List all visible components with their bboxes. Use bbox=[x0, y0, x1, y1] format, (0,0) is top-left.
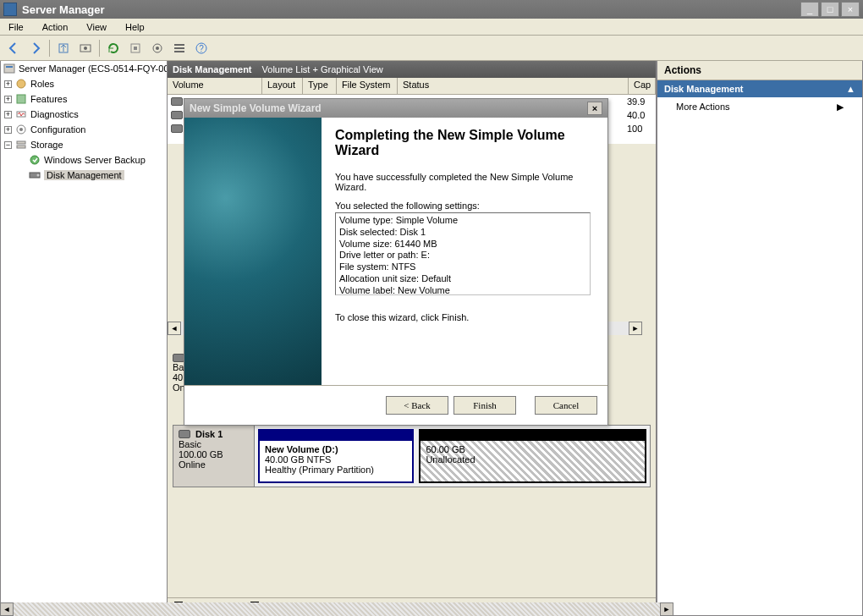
svg-point-23 bbox=[37, 174, 40, 177]
window-title: Server Manager bbox=[22, 3, 105, 16]
minimize-button[interactable]: _ bbox=[800, 2, 819, 17]
tree-roles-label: Roles bbox=[30, 79, 54, 89]
partition-unallocated[interactable]: 60.00 GB Unallocated bbox=[419, 429, 646, 483]
disk1-status: Online bbox=[179, 459, 249, 470]
tree-item-backup[interactable]: Windows Server Backup bbox=[1, 152, 167, 168]
disk1-type: Basic bbox=[179, 439, 249, 449]
col-capacity[interactable]: Cap bbox=[629, 78, 656, 94]
svg-point-18 bbox=[19, 128, 23, 131]
content-view-mode: Volume List + Graphical View bbox=[262, 64, 383, 74]
svg-point-2 bbox=[84, 47, 87, 50]
configuration-icon bbox=[14, 123, 28, 136]
svg-point-21 bbox=[30, 156, 39, 164]
refresh-button[interactable] bbox=[103, 38, 124, 58]
col-type[interactable]: Type bbox=[303, 78, 337, 94]
storage-icon bbox=[14, 138, 28, 151]
expand-icon[interactable]: + bbox=[4, 111, 12, 118]
disk-icon bbox=[171, 111, 183, 119]
tree-item-roles[interactable]: + Roles bbox=[1, 76, 167, 91]
setting-line: Allocation unit size: Default bbox=[339, 273, 586, 285]
menubar: File Action View Help bbox=[0, 19, 863, 36]
backup-icon bbox=[28, 153, 41, 167]
setting-line: File system: NTFS bbox=[339, 261, 586, 273]
wizard-titlebar[interactable]: New Simple Volume Wizard × bbox=[184, 99, 607, 118]
tree-root-label: Server Manager (ECS-0514-FQY-00 bbox=[19, 63, 168, 74]
partition-d-status: Healthy (Primary Partition) bbox=[265, 465, 407, 475]
cancel-button[interactable]: Cancel bbox=[535, 396, 597, 415]
expand-icon[interactable]: + bbox=[4, 96, 12, 103]
disk-row-disk1: Disk 1 Basic 100.00 GB Online New Volume… bbox=[173, 425, 651, 487]
tree-item-storage[interactable]: − Storage bbox=[1, 137, 167, 152]
new-simple-volume-wizard: New Simple Volume Wizard × Completing th… bbox=[184, 98, 608, 426]
disk-settings-button[interactable] bbox=[147, 38, 168, 58]
back-button[interactable] bbox=[3, 38, 24, 58]
scrollbar-track[interactable] bbox=[14, 602, 660, 616]
disk-icon bbox=[173, 354, 184, 362]
tree-item-configuration[interactable]: + Configuration bbox=[1, 122, 167, 137]
back-button[interactable]: < Back bbox=[386, 396, 448, 415]
svg-point-6 bbox=[156, 47, 159, 50]
settings-button[interactable] bbox=[125, 38, 146, 58]
svg-point-14 bbox=[17, 80, 25, 88]
col-status[interactable]: Status bbox=[398, 78, 629, 94]
setting-line: Volume size: 61440 MB bbox=[339, 239, 586, 250]
tree-item-disk-management[interactable]: Disk Management bbox=[1, 168, 167, 183]
svg-rect-19 bbox=[17, 141, 25, 144]
disk1-label[interactable]: Disk 1 Basic 100.00 GB Online bbox=[173, 426, 255, 487]
menu-help[interactable]: Help bbox=[122, 20, 148, 34]
toolbar: ? bbox=[0, 36, 863, 61]
wizard-title: New Simple Volume Wizard bbox=[190, 102, 322, 114]
scroll-right-button[interactable]: ► bbox=[629, 322, 642, 335]
view-list-button[interactable] bbox=[169, 38, 190, 58]
scroll-left-button[interactable]: ◄ bbox=[168, 322, 181, 335]
tree-item-features[interactable]: + Features bbox=[1, 91, 167, 107]
up-button[interactable] bbox=[53, 38, 74, 58]
help-button[interactable]: ? bbox=[191, 38, 212, 58]
navigation-tree[interactable]: Server Manager (ECS-0514-FQY-00 + Roles … bbox=[0, 61, 168, 616]
actions-group-disk-management[interactable]: Disk Management ▲ bbox=[657, 80, 862, 97]
svg-rect-7 bbox=[174, 44, 184, 46]
menu-action[interactable]: Action bbox=[39, 20, 72, 34]
menu-file[interactable]: File bbox=[5, 20, 27, 34]
tree-storage-label: Storage bbox=[30, 140, 63, 150]
features-icon bbox=[14, 92, 28, 106]
action-more-actions[interactable]: More Actions ▶ bbox=[657, 97, 862, 117]
svg-rect-8 bbox=[174, 47, 184, 49]
roles-icon bbox=[14, 77, 28, 91]
finish-button[interactable]: Finish bbox=[453, 396, 516, 415]
disk-icon bbox=[171, 124, 183, 133]
tree-disk-mgmt-label: Disk Management bbox=[44, 170, 124, 180]
settings-summary-box[interactable]: Volume type: Simple Volume Disk selected… bbox=[335, 212, 591, 295]
svg-rect-15 bbox=[17, 95, 25, 103]
col-layout[interactable]: Layout bbox=[262, 78, 303, 94]
maximize-button[interactable]: □ bbox=[821, 2, 839, 17]
wizard-button-row: < Back Finish Cancel bbox=[184, 385, 607, 425]
close-button[interactable]: × bbox=[587, 102, 602, 115]
volume-list-header: Volume Layout Type File System Status Ca… bbox=[168, 78, 656, 95]
svg-rect-9 bbox=[174, 51, 184, 52]
window-titlebar: Server Manager _ □ × bbox=[0, 0, 863, 19]
col-filesystem[interactable]: File System bbox=[337, 78, 398, 94]
svg-rect-20 bbox=[17, 146, 25, 148]
server-icon bbox=[3, 62, 16, 75]
expand-icon[interactable]: + bbox=[4, 126, 12, 134]
tree-item-diagnostics[interactable]: + Diagnostics bbox=[1, 107, 167, 122]
disk-management-icon bbox=[28, 168, 41, 182]
menu-view[interactable]: View bbox=[83, 20, 110, 34]
partition-d-size: 40.00 GB NTFS bbox=[265, 454, 407, 465]
unallocated-label: Unallocated bbox=[426, 454, 640, 465]
close-window-button[interactable]: × bbox=[841, 2, 860, 17]
col-volume[interactable]: Volume bbox=[168, 78, 262, 94]
expand-icon[interactable]: + bbox=[4, 80, 12, 88]
partition-d[interactable]: New Volume (D:) 40.00 GB NTFS Healthy (P… bbox=[258, 429, 414, 483]
snapshot-button[interactable] bbox=[75, 38, 96, 58]
forward-button[interactable] bbox=[25, 38, 46, 58]
diagnostics-icon bbox=[14, 107, 28, 121]
collapse-icon[interactable]: − bbox=[4, 141, 12, 149]
disk1-title: Disk 1 bbox=[195, 429, 223, 439]
partition-d-title: New Volume (D:) bbox=[265, 444, 407, 454]
wizard-sidebar-image bbox=[184, 118, 322, 385]
tree-root[interactable]: Server Manager (ECS-0514-FQY-00 bbox=[1, 61, 167, 76]
scroll-left-button[interactable]: ◄ bbox=[0, 602, 14, 616]
scroll-right-button[interactable]: ► bbox=[660, 602, 673, 616]
